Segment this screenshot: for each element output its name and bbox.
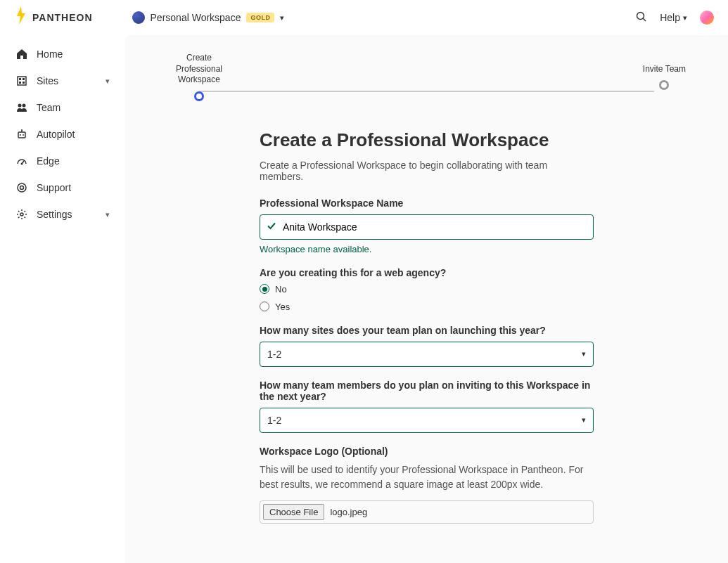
lifering-icon xyxy=(15,182,28,193)
sidebar: Home Sites ▾ Team Autopilot Edge Support… xyxy=(0,35,125,563)
chevron-down-icon: ▾ xyxy=(683,13,687,22)
logo-group: Workspace Logo (Optional) This will be u… xyxy=(260,446,594,524)
sidebar-item-label: Sites xyxy=(37,75,58,86)
select-value: 1-2 xyxy=(267,349,281,360)
svg-point-10 xyxy=(20,134,21,136)
workspace-name-helper: Workspace name available. xyxy=(260,244,594,254)
file-input[interactable]: Choose File logo.jpeg xyxy=(260,500,594,524)
step-circle-active xyxy=(194,91,204,101)
layout: Home Sites ▾ Team Autopilot Edge Support… xyxy=(0,35,728,563)
chevron-down-icon: ▾ xyxy=(280,13,284,22)
members-group: How many team members do you plan on inv… xyxy=(260,380,594,433)
chevron-down-icon: ▾ xyxy=(582,415,586,425)
page-subtitle: Create a Professional Workspace to begin… xyxy=(260,160,594,182)
sidebar-item-edge[interactable]: Edge xyxy=(8,148,117,174)
workspace-orb-icon xyxy=(132,11,145,24)
svg-point-7 xyxy=(18,104,22,108)
step-label: Create Professional Workspace xyxy=(167,53,231,86)
gauge-icon xyxy=(15,155,28,167)
sidebar-item-settings[interactable]: Settings ▾ xyxy=(8,201,117,228)
form-container: Create a Professional Workspace Create a… xyxy=(260,129,594,536)
sidebar-item-label: Home xyxy=(37,48,63,60)
sidebar-item-label: Support xyxy=(37,182,71,193)
sidebar-item-team[interactable]: Team xyxy=(8,94,117,121)
sidebar-item-sites[interactable]: Sites ▾ xyxy=(8,67,117,94)
workspace-selector[interactable]: Personal Workspace GOLD ▾ xyxy=(132,11,285,24)
lightning-icon xyxy=(14,6,28,29)
svg-rect-6 xyxy=(23,82,25,84)
logo-label: Workspace Logo (Optional) xyxy=(260,446,594,457)
sidebar-item-label: Autopilot xyxy=(37,129,75,140)
svg-point-18 xyxy=(20,213,23,216)
main-content: Create Professional Workspace Invite Tea… xyxy=(125,35,728,563)
workspace-name-input[interactable] xyxy=(260,214,594,240)
home-icon xyxy=(15,48,28,60)
members-select[interactable]: 1-2 ▾ xyxy=(260,408,594,433)
users-icon xyxy=(15,102,28,113)
sidebar-item-home[interactable]: Home xyxy=(8,41,117,67)
sites-label: How many sites does your team plan on la… xyxy=(260,325,594,336)
svg-point-13 xyxy=(21,129,23,131)
input-wrapper xyxy=(260,214,594,240)
svg-point-17 xyxy=(20,186,24,190)
robot-icon xyxy=(15,129,28,140)
svg-point-11 xyxy=(23,134,24,136)
chevron-down-icon: ▾ xyxy=(106,210,110,219)
check-icon xyxy=(267,221,276,233)
avatar[interactable] xyxy=(700,11,714,25)
sidebar-item-support[interactable]: Support xyxy=(8,174,117,201)
sites-group: How many sites does your team plan on la… xyxy=(260,325,594,367)
sidebar-item-label: Edge xyxy=(37,155,60,167)
svg-rect-4 xyxy=(23,78,25,80)
page-title: Create a Professional Workspace xyxy=(260,129,594,151)
svg-rect-9 xyxy=(18,132,25,138)
choose-file-button[interactable]: Choose File xyxy=(263,504,324,520)
radio-group: No Yes xyxy=(260,284,594,312)
chevron-down-icon: ▾ xyxy=(106,77,110,86)
radio-label: No xyxy=(275,284,287,295)
chevron-down-icon: ▾ xyxy=(582,349,586,358)
workspace-name-group: Professional Workspace Name Workspace na… xyxy=(260,198,594,254)
workspace-name: Personal Workspace xyxy=(151,12,241,23)
radio-label: Yes xyxy=(275,302,290,312)
agency-group: Are you creating this for a web agency? … xyxy=(260,267,594,312)
building-icon xyxy=(15,75,28,86)
radio-yes[interactable]: Yes xyxy=(260,302,594,312)
step-line xyxy=(199,91,654,92)
logo[interactable]: PANTHEON xyxy=(14,6,93,29)
header: PANTHEON Personal Workspace GOLD ▾ Help … xyxy=(0,0,728,35)
sidebar-item-label: Settings xyxy=(37,209,72,220)
search-icon[interactable] xyxy=(636,11,647,25)
svg-rect-5 xyxy=(19,82,21,84)
radio-circle xyxy=(260,302,269,311)
svg-rect-2 xyxy=(18,77,26,85)
agency-label: Are you creating this for a web agency? xyxy=(260,267,594,278)
radio-circle-selected xyxy=(260,284,269,294)
select-value: 1-2 xyxy=(267,415,281,426)
step-label: Invite Team xyxy=(643,64,686,75)
svg-point-8 xyxy=(23,104,26,108)
stepper: Create Professional Workspace Invite Tea… xyxy=(153,53,700,101)
gold-badge: GOLD xyxy=(246,13,274,22)
sidebar-item-autopilot[interactable]: Autopilot xyxy=(8,121,117,148)
help-dropdown[interactable]: Help ▾ xyxy=(660,12,687,23)
svg-rect-3 xyxy=(19,78,21,80)
file-name: logo.jpeg xyxy=(330,507,367,517)
step-1: Create Professional Workspace xyxy=(167,53,231,101)
step-2: Invite Team xyxy=(643,64,686,91)
svg-point-15 xyxy=(21,163,23,165)
sidebar-item-label: Team xyxy=(37,102,60,113)
logo-description: This will be used to identify your Profe… xyxy=(260,462,594,492)
members-label: How many team members do you plan on inv… xyxy=(260,380,594,402)
gear-icon xyxy=(15,209,28,220)
sites-select[interactable]: 1-2 ▾ xyxy=(260,342,594,367)
svg-point-16 xyxy=(18,183,26,192)
radio-no[interactable]: No xyxy=(260,284,594,295)
help-label: Help xyxy=(660,12,680,23)
header-right: Help ▾ xyxy=(636,11,714,25)
header-left: PANTHEON Personal Workspace GOLD ▾ xyxy=(14,6,284,29)
step-circle-inactive xyxy=(659,80,669,90)
logo-text: PANTHEON xyxy=(32,12,93,23)
workspace-name-label: Professional Workspace Name xyxy=(260,198,594,209)
svg-line-1 xyxy=(643,18,646,21)
